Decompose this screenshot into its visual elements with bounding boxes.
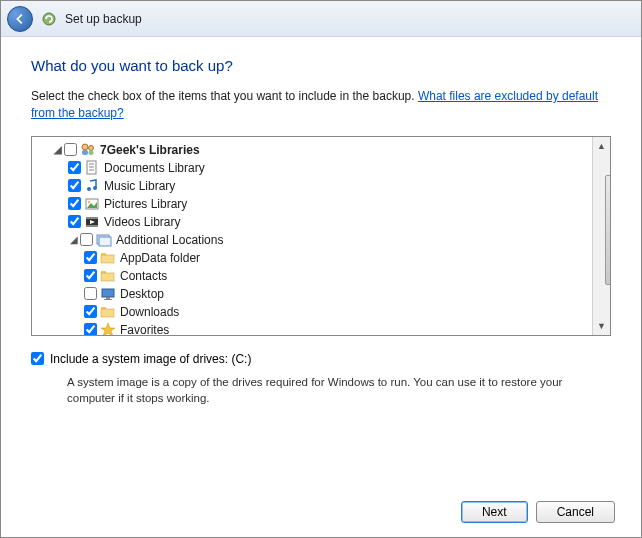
checkbox-desktop[interactable] bbox=[84, 287, 97, 300]
tree-item-pictures[interactable]: Pictures Library bbox=[34, 195, 590, 213]
backup-tree: ◢ 7Geek's Libraries Documents Library Mu… bbox=[31, 136, 611, 336]
back-arrow-icon bbox=[13, 12, 27, 26]
checkbox-music[interactable] bbox=[68, 179, 81, 192]
checkbox-videos[interactable] bbox=[68, 215, 81, 228]
tree-item-contacts[interactable]: Contacts bbox=[34, 267, 590, 285]
checkbox-pictures[interactable] bbox=[68, 197, 81, 210]
tree-item-music[interactable]: Music Library bbox=[34, 177, 590, 195]
tree-label: Favorites bbox=[120, 323, 169, 335]
svg-rect-28 bbox=[101, 309, 114, 317]
system-image-row: Include a system image of drives: (C:) bbox=[31, 352, 611, 366]
svg-rect-24 bbox=[102, 289, 114, 297]
tree-label: Additional Locations bbox=[116, 233, 223, 247]
tree-scrollbar[interactable]: ▲ ▼ bbox=[592, 137, 610, 335]
backup-icon bbox=[41, 11, 57, 27]
next-button[interactable]: Next bbox=[461, 501, 528, 523]
tree-root-libraries[interactable]: ◢ 7Geek's Libraries bbox=[34, 141, 590, 159]
instruction-prefix: Select the check box of the items that y… bbox=[31, 89, 418, 103]
tree-item-videos[interactable]: Videos Library bbox=[34, 213, 590, 231]
instruction-text: Select the check box of the items that y… bbox=[31, 88, 611, 122]
tree-label: AppData folder bbox=[120, 251, 200, 265]
tree-label: Contacts bbox=[120, 269, 167, 283]
music-icon bbox=[84, 178, 100, 194]
svg-point-3 bbox=[89, 145, 94, 150]
content-area: What do you want to back up? Select the … bbox=[1, 37, 641, 406]
svg-marker-29 bbox=[101, 323, 115, 335]
svg-rect-16 bbox=[86, 225, 98, 227]
folder-stack-icon bbox=[96, 232, 112, 248]
svg-rect-25 bbox=[106, 297, 110, 299]
expander-icon[interactable]: ◢ bbox=[52, 144, 64, 155]
checkbox-appdata[interactable] bbox=[84, 251, 97, 264]
tree-label: Desktop bbox=[120, 287, 164, 301]
expander-icon[interactable]: ◢ bbox=[68, 234, 80, 245]
tree-item-documents[interactable]: Documents Library bbox=[34, 159, 590, 177]
checkbox-documents[interactable] bbox=[68, 161, 81, 174]
tree-viewport: ◢ 7Geek's Libraries Documents Library Mu… bbox=[32, 137, 592, 335]
footer-buttons: Next Cancel bbox=[461, 501, 615, 523]
svg-rect-23 bbox=[101, 273, 114, 281]
user-libraries-icon bbox=[80, 142, 96, 158]
tree-label: Documents Library bbox=[104, 161, 205, 175]
checkbox-contacts[interactable] bbox=[84, 269, 97, 282]
svg-rect-4 bbox=[89, 150, 94, 155]
page-heading: What do you want to back up? bbox=[31, 57, 611, 74]
window-title: Set up backup bbox=[65, 12, 142, 26]
picture-icon bbox=[84, 196, 100, 212]
scroll-up-icon[interactable]: ▲ bbox=[593, 137, 610, 155]
system-image-label: Include a system image of drives: (C:) bbox=[50, 352, 251, 366]
svg-rect-26 bbox=[104, 299, 112, 300]
svg-rect-2 bbox=[82, 150, 88, 155]
checkbox-additional[interactable] bbox=[80, 233, 93, 246]
tree-item-downloads[interactable]: Downloads bbox=[34, 303, 590, 321]
svg-point-1 bbox=[82, 144, 88, 150]
tree-item-additional[interactable]: ◢ Additional Locations bbox=[34, 231, 590, 249]
tree-label: Downloads bbox=[120, 305, 179, 319]
folder-icon bbox=[100, 268, 116, 284]
scroll-thumb[interactable] bbox=[605, 175, 612, 285]
document-icon bbox=[84, 160, 100, 176]
tree-item-appdata[interactable]: AppData folder bbox=[34, 249, 590, 267]
tree-label: Videos Library bbox=[104, 215, 181, 229]
tree-label: Music Library bbox=[104, 179, 175, 193]
tree-item-favorites[interactable]: Favorites bbox=[34, 321, 590, 335]
svg-point-9 bbox=[87, 187, 91, 191]
svg-rect-21 bbox=[101, 255, 114, 263]
svg-rect-15 bbox=[86, 217, 98, 219]
scroll-down-icon[interactable]: ▼ bbox=[593, 317, 610, 335]
folder-icon bbox=[100, 304, 116, 320]
titlebar: Set up backup bbox=[1, 1, 641, 37]
svg-rect-19 bbox=[99, 237, 111, 246]
svg-point-13 bbox=[88, 200, 90, 202]
tree-item-desktop[interactable]: Desktop bbox=[34, 285, 590, 303]
video-icon bbox=[84, 214, 100, 230]
system-image-description: A system image is a copy of the drives r… bbox=[67, 374, 607, 406]
svg-point-0 bbox=[43, 13, 55, 25]
cancel-button[interactable]: Cancel bbox=[536, 501, 615, 523]
back-button[interactable] bbox=[7, 6, 33, 32]
checkbox-libraries[interactable] bbox=[64, 143, 77, 156]
tree-label: Pictures Library bbox=[104, 197, 187, 211]
star-icon bbox=[100, 322, 116, 335]
checkbox-favorites[interactable] bbox=[84, 323, 97, 335]
svg-point-10 bbox=[93, 186, 97, 190]
tree-label: 7Geek's Libraries bbox=[100, 143, 200, 157]
folder-icon bbox=[100, 250, 116, 266]
checkbox-downloads[interactable] bbox=[84, 305, 97, 318]
checkbox-system-image[interactable] bbox=[31, 352, 44, 365]
desktop-icon bbox=[100, 286, 116, 302]
